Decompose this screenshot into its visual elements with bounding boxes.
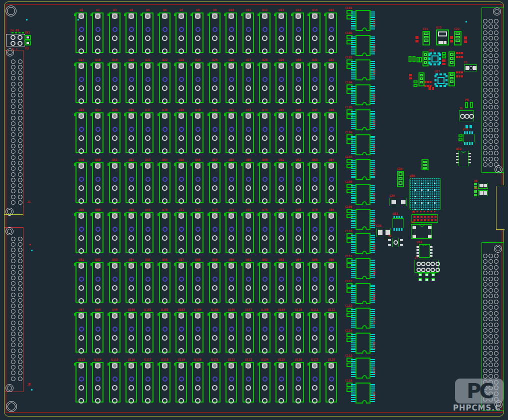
relay-footprint[interactable] bbox=[176, 112, 187, 153]
ic-footprint[interactable]: C109U137 bbox=[345, 205, 378, 232]
cmp-g2v[interactable] bbox=[442, 52, 446, 58]
relay-footprint[interactable] bbox=[159, 162, 170, 203]
relay-footprint[interactable] bbox=[242, 262, 254, 303]
relay-footprint[interactable] bbox=[159, 12, 170, 53]
relay-footprint[interactable] bbox=[109, 12, 120, 53]
cmp-soicv[interactable] bbox=[463, 131, 474, 145]
relay-footprint[interactable] bbox=[92, 212, 104, 253]
relay-footprint[interactable] bbox=[242, 212, 254, 253]
relay-footprint[interactable] bbox=[259, 312, 270, 353]
relay-footprint[interactable] bbox=[176, 12, 187, 53]
relay-footprint[interactable] bbox=[292, 162, 304, 203]
relay-footprint[interactable] bbox=[192, 12, 204, 53]
cmp-vcap[interactable] bbox=[448, 51, 455, 66]
relay-footprint[interactable] bbox=[92, 362, 104, 403]
relay-footprint[interactable] bbox=[259, 262, 270, 303]
relay-footprint[interactable] bbox=[226, 212, 237, 253]
relay-footprint[interactable] bbox=[109, 62, 120, 103]
relay-footprint[interactable] bbox=[126, 162, 137, 203]
relay-footprint[interactable] bbox=[176, 62, 187, 103]
relay-footprint[interactable] bbox=[192, 212, 204, 253]
relay-footprint[interactable] bbox=[159, 212, 170, 253]
relay-footprint[interactable] bbox=[326, 12, 337, 53]
ic-footprint[interactable]: C111U139 bbox=[345, 254, 378, 281]
relay-footprint[interactable] bbox=[309, 312, 320, 353]
relay-footprint[interactable] bbox=[309, 12, 320, 53]
relay-footprint[interactable] bbox=[209, 12, 220, 53]
relay-footprint[interactable] bbox=[109, 162, 120, 203]
cmp-hdr14[interactable] bbox=[412, 214, 438, 223]
relay-footprint[interactable] bbox=[259, 12, 270, 53]
cmp-qfp14[interactable] bbox=[456, 151, 471, 166]
cmp-vcap[interactable] bbox=[454, 31, 462, 45]
relay-footprint[interactable] bbox=[192, 262, 204, 303]
relay-footprint[interactable] bbox=[76, 112, 87, 153]
relay-footprint[interactable] bbox=[209, 262, 220, 303]
relay-footprint[interactable] bbox=[292, 362, 304, 403]
relay-footprint[interactable] bbox=[92, 62, 104, 103]
relay-footprint[interactable] bbox=[326, 312, 337, 353]
relay-footprint[interactable] bbox=[209, 362, 220, 403]
relay-footprint[interactable] bbox=[176, 362, 187, 403]
cmp-xtal[interactable] bbox=[388, 238, 403, 247]
relay-footprint[interactable] bbox=[76, 362, 87, 403]
relay-footprint[interactable] bbox=[309, 62, 320, 103]
ic-footprint[interactable]: C106U134 bbox=[345, 130, 378, 157]
relay-footprint[interactable] bbox=[142, 212, 154, 253]
cmp-red2v[interactable] bbox=[409, 74, 412, 79]
cmp-res2w[interactable] bbox=[474, 190, 488, 196]
relay-footprint[interactable] bbox=[259, 112, 270, 153]
ic-footprint[interactable]: C115U143 bbox=[345, 354, 378, 381]
ic-footprint[interactable]: C105U133 bbox=[345, 105, 378, 132]
ic-footprint[interactable]: C102U130 bbox=[345, 31, 378, 58]
relay-footprint[interactable] bbox=[76, 162, 87, 203]
relay-footprint[interactable] bbox=[292, 112, 304, 153]
relay-footprint[interactable] bbox=[276, 112, 287, 153]
relay-footprint[interactable] bbox=[159, 362, 170, 403]
relay-footprint[interactable] bbox=[109, 262, 120, 303]
cmp-qfp14[interactable] bbox=[416, 244, 432, 258]
ic-footprint[interactable]: C103U131 bbox=[345, 55, 378, 82]
cmp-qfn[interactable] bbox=[434, 73, 448, 87]
relay-footprint[interactable] bbox=[92, 262, 104, 303]
relay-footprint[interactable] bbox=[242, 162, 254, 203]
relay-footprint[interactable] bbox=[76, 262, 87, 303]
relay-footprint[interactable] bbox=[126, 362, 137, 403]
relay-footprint[interactable] bbox=[276, 262, 287, 303]
relay-footprint[interactable] bbox=[276, 62, 287, 103]
relay-footprint[interactable] bbox=[276, 162, 287, 203]
cmp-vcap[interactable] bbox=[422, 159, 428, 170]
ic-footprint[interactable]: C116U144 bbox=[345, 379, 378, 406]
cmp-soicv[interactable] bbox=[392, 216, 404, 231]
relay-footprint[interactable] bbox=[292, 312, 304, 353]
relay-footprint[interactable] bbox=[226, 162, 237, 203]
relay-footprint[interactable] bbox=[226, 262, 237, 303]
relay-footprint[interactable] bbox=[109, 212, 120, 253]
relay-footprint[interactable] bbox=[142, 12, 154, 53]
cmp-g2v[interactable] bbox=[414, 80, 418, 87]
relay-footprint[interactable] bbox=[292, 12, 304, 53]
relay-footprint[interactable] bbox=[292, 62, 304, 103]
relay-footprint[interactable] bbox=[126, 262, 137, 303]
relay-footprint[interactable] bbox=[259, 162, 270, 203]
relay-footprint[interactable] bbox=[309, 362, 320, 403]
relay-footprint[interactable] bbox=[192, 312, 204, 353]
relay-footprint[interactable] bbox=[142, 62, 154, 103]
relay-footprint[interactable] bbox=[242, 12, 254, 53]
cmp-red2h[interactable] bbox=[428, 87, 434, 90]
ic-footprint[interactable]: C107U135 bbox=[345, 155, 378, 182]
ic-footprint[interactable]: C112U140 bbox=[345, 279, 378, 306]
relay-footprint[interactable] bbox=[259, 62, 270, 103]
relay-footprint[interactable] bbox=[192, 62, 204, 103]
relay-footprint[interactable] bbox=[92, 312, 104, 353]
ic-footprint[interactable]: C113U141 bbox=[345, 304, 378, 331]
cmp-trio[interactable] bbox=[418, 273, 436, 281]
relay-footprint[interactable] bbox=[226, 62, 237, 103]
relay-footprint[interactable] bbox=[192, 162, 204, 203]
relay-footprint[interactable] bbox=[309, 262, 320, 303]
relay-footprint[interactable] bbox=[209, 162, 220, 203]
cmp-red2v[interactable] bbox=[416, 36, 418, 42]
cmp-red2v[interactable] bbox=[450, 36, 453, 42]
cmp-red2v[interactable] bbox=[442, 59, 446, 65]
relay-footprint[interactable] bbox=[192, 112, 204, 153]
